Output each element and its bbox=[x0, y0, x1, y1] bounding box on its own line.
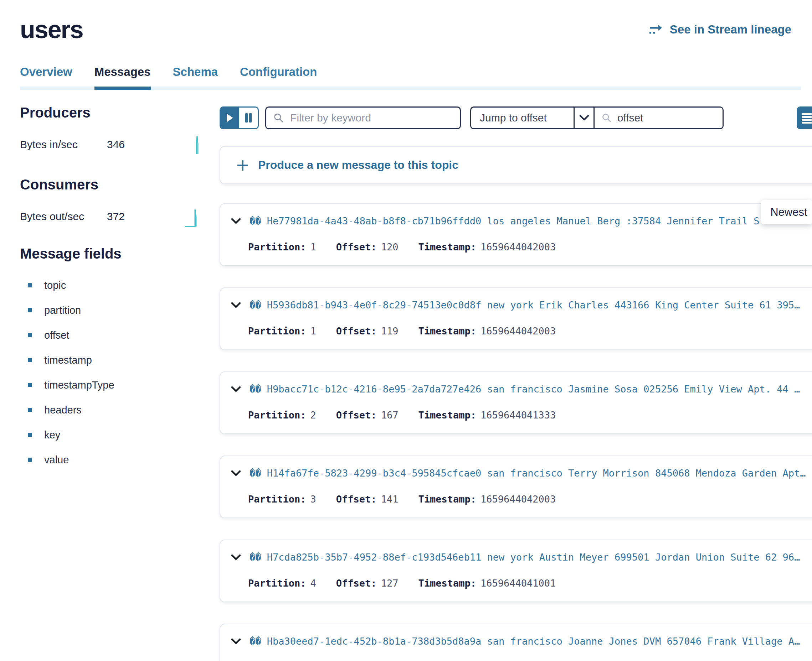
offset-label: Offset: bbox=[336, 241, 377, 252]
offset-field: Offset:167 bbox=[336, 410, 399, 421]
timestamp-field: Timestamp:1659644041333 bbox=[418, 410, 556, 421]
partition-field: Partition:1 bbox=[248, 241, 316, 252]
stream-lineage-link[interactable]: See in Stream lineage bbox=[649, 23, 791, 36]
timestamp-label: Timestamp: bbox=[418, 493, 476, 505]
tab-messages[interactable]: Messages bbox=[94, 65, 151, 90]
message-key-preview: �� H7cda825b-35b7-4952-88ef-c193d546eb11… bbox=[250, 552, 806, 563]
offset-search-input[interactable] bbox=[617, 112, 715, 124]
message-meta: Partition:4 Offset:127 Timestamp:1659644… bbox=[248, 578, 806, 589]
message-field-item: partition bbox=[20, 298, 200, 323]
message-expand-row[interactable]: �� H14fa67fe-5823-4299-b3c4-595845cfcae0… bbox=[231, 468, 806, 479]
offset-field: Offset:141 bbox=[336, 493, 399, 505]
timestamp-value: 1659644041333 bbox=[480, 410, 556, 421]
produce-message-label: Produce a new message to this topic bbox=[258, 158, 458, 172]
timestamp-value: 1659644042003 bbox=[480, 493, 556, 505]
offset-value: 120 bbox=[381, 241, 399, 252]
stream-lineage-icon bbox=[649, 24, 664, 36]
tab-schema[interactable]: Schema bbox=[173, 65, 218, 90]
timestamp-field: Timestamp:1659644041001 bbox=[418, 578, 556, 589]
timestamp-field: Timestamp:1659644042003 bbox=[418, 493, 556, 505]
chevron-down-icon bbox=[231, 302, 241, 308]
chevron-down-icon bbox=[573, 107, 594, 128]
list-view-button[interactable] bbox=[798, 107, 812, 128]
message-card: �� He77981da-4a43-48ab-b8f8-cb71b96ffdd0… bbox=[219, 203, 812, 266]
timestamp-value: 1659644042003 bbox=[480, 326, 556, 337]
page-title: users bbox=[20, 14, 83, 45]
partition-field: Partition:2 bbox=[248, 410, 316, 421]
newest-tooltip: Newest bbox=[761, 200, 812, 224]
message-field-item: key bbox=[20, 422, 200, 447]
stream-lineage-label: See in Stream lineage bbox=[670, 23, 791, 36]
message-card: �� H5936db81-b943-4e0f-8c29-74513e0c0d8f… bbox=[219, 287, 812, 350]
message-expand-row[interactable]: �� Hba30eed7-1edc-452b-8b1a-738d3b5d8a9a… bbox=[231, 636, 806, 647]
message-list: �� He77981da-4a43-48ab-b8f8-cb71b96ffdd0… bbox=[219, 203, 812, 661]
search-icon bbox=[602, 112, 612, 124]
message-field-label: value bbox=[44, 454, 69, 466]
page-header: users See in Stream lineage bbox=[0, 0, 812, 45]
offset-search bbox=[594, 107, 724, 129]
partition-value: 3 bbox=[311, 493, 316, 505]
timestamp-field: Timestamp:1659644042003 bbox=[418, 326, 556, 337]
message-fields-heading: Message fields bbox=[20, 245, 200, 262]
timestamp-value: 1659644041001 bbox=[480, 578, 556, 589]
message-card: �� Hba30eed7-1edc-452b-8b1a-738d3b5d8a9a… bbox=[219, 624, 812, 661]
plus-icon bbox=[237, 159, 249, 171]
sidebar: Producers Bytes in/sec 346 Consumers Byt… bbox=[20, 90, 219, 661]
message-field-item: offset bbox=[20, 323, 200, 348]
message-field-label: headers bbox=[44, 404, 82, 416]
message-key-preview: �� H9bacc71c-b12c-4216-8e95-2a7da727e426… bbox=[250, 383, 806, 394]
timestamp-label: Timestamp: bbox=[418, 410, 476, 421]
offset-value: 141 bbox=[381, 493, 399, 505]
jump-to-offset-value: Jump to offset bbox=[471, 107, 573, 128]
bytes-out-label: Bytes out/sec bbox=[20, 211, 107, 223]
message-expand-row[interactable]: �� H7cda825b-35b7-4952-88ef-c193d546eb11… bbox=[231, 552, 806, 563]
message-card: �� H9bacc71c-b12c-4216-8e95-2a7da727e426… bbox=[219, 372, 812, 434]
message-field-label: timestamp bbox=[44, 354, 92, 366]
partition-value: 1 bbox=[311, 326, 316, 337]
message-field-label: topic bbox=[44, 279, 66, 291]
message-field-item: topic bbox=[20, 273, 200, 298]
offset-field: Offset:120 bbox=[336, 241, 399, 252]
timestamp-label: Timestamp: bbox=[418, 326, 476, 337]
pause-button[interactable] bbox=[239, 107, 258, 128]
offset-field: Offset:119 bbox=[336, 326, 399, 337]
offset-label: Offset: bbox=[336, 326, 377, 337]
keyword-filter bbox=[265, 107, 461, 129]
chevron-down-icon bbox=[231, 218, 241, 224]
message-expand-row[interactable]: �� H9bacc71c-b12c-4216-8e95-2a7da727e426… bbox=[231, 383, 806, 394]
message-expand-row[interactable]: �� H5936db81-b943-4e0f-8c29-74513e0c0d8f… bbox=[231, 300, 806, 311]
message-key-preview: �� H5936db81-b943-4e0f-8c29-74513e0c0d8f… bbox=[250, 300, 806, 311]
message-field-label: key bbox=[44, 429, 60, 441]
tab-bar: Overview Messages Schema Configuration bbox=[0, 65, 812, 90]
tab-configuration[interactable]: Configuration bbox=[240, 65, 317, 90]
square-bullet-icon bbox=[28, 408, 32, 412]
message-expand-row[interactable]: �� He77981da-4a43-48ab-b8f8-cb71b96ffdd0… bbox=[231, 216, 806, 227]
play-button[interactable] bbox=[221, 107, 239, 128]
partition-field: Partition:1 bbox=[248, 326, 316, 337]
square-bullet-icon bbox=[28, 283, 32, 287]
square-bullet-icon bbox=[28, 433, 32, 437]
message-field-item: timestampType bbox=[20, 372, 200, 398]
timestamp-value: 1659644042003 bbox=[480, 241, 556, 252]
message-meta: Partition:3 Offset:141 Timestamp:1659644… bbox=[248, 493, 806, 505]
message-meta: Partition:1 Offset:120 Timestamp:1659644… bbox=[248, 241, 806, 252]
keyword-filter-input[interactable] bbox=[290, 112, 453, 124]
offset-value: 167 bbox=[381, 410, 399, 421]
offset-field: Offset:127 bbox=[336, 578, 399, 589]
jump-to-offset-select[interactable]: Jump to offset bbox=[470, 107, 594, 129]
square-bullet-icon bbox=[28, 333, 32, 337]
message-key-preview: �� Hba30eed7-1edc-452b-8b1a-738d3b5d8a9a… bbox=[250, 636, 806, 647]
timestamp-field: Timestamp:1659644042003 bbox=[418, 241, 556, 252]
bytes-in-label: Bytes in/sec bbox=[20, 139, 107, 151]
bytes-out-metric: Bytes out/sec 372 bbox=[20, 205, 200, 228]
timestamp-label: Timestamp: bbox=[418, 578, 476, 589]
tab-overview[interactable]: Overview bbox=[20, 65, 72, 90]
message-field-item: value bbox=[20, 447, 200, 472]
produce-message-button[interactable]: Produce a new message to this topic bbox=[219, 146, 812, 184]
partition-label: Partition: bbox=[248, 241, 306, 252]
chevron-down-icon bbox=[231, 638, 241, 645]
partition-label: Partition: bbox=[248, 578, 306, 589]
offset-label: Offset: bbox=[336, 410, 377, 421]
partition-value: 4 bbox=[311, 578, 316, 589]
partition-label: Partition: bbox=[248, 410, 306, 421]
